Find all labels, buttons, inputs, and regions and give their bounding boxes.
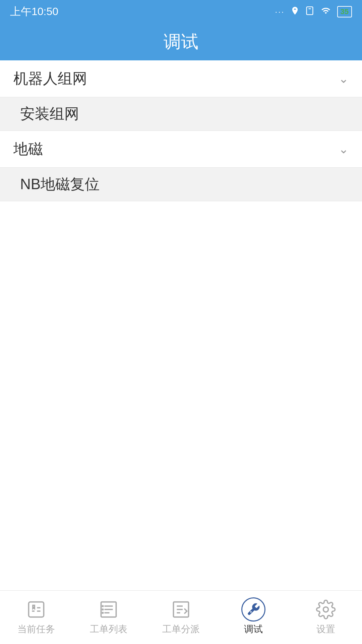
wifi-icon xyxy=(320,6,332,18)
sub-item-install-network[interactable]: 安装组网 xyxy=(0,97,362,131)
sub-item-install-network-title: 安装组网 xyxy=(20,104,79,124)
svg-point-18 xyxy=(323,607,328,612)
page-title: 调试 xyxy=(164,30,198,54)
nav-work-order-dispatch[interactable]: 工单分派 xyxy=(145,599,217,636)
sub-item-nb-reset[interactable]: NB地磁复位 xyxy=(0,168,362,201)
nav-debug-label: 调试 xyxy=(244,623,263,636)
svg-point-11 xyxy=(102,609,103,610)
battery-icon: 35 xyxy=(337,6,352,17)
nav-settings[interactable]: 设置 xyxy=(290,599,362,636)
svg-point-10 xyxy=(102,605,103,606)
section-geomagnetic-title: 地磁 xyxy=(13,139,43,159)
nav-current-task-label: 当前任务 xyxy=(17,623,55,636)
status-bar: 上午10:50 ··· 35 xyxy=(0,0,362,23)
wrench-icon xyxy=(241,599,265,620)
section-geomagnetic[interactable]: 地磁 ⌄ xyxy=(0,131,362,168)
gear-icon xyxy=(314,599,338,620)
nav-debug[interactable]: 调试 xyxy=(217,599,290,636)
main-content: 机器人组网 ⌄ 安装组网 地磁 ⌄ NB地磁复位 xyxy=(0,60,362,201)
status-time: 上午10:50 xyxy=(10,4,58,19)
nav-settings-label: 设置 xyxy=(316,623,335,636)
page-header: 调试 xyxy=(0,23,362,60)
chevron-down-icon-2: ⌄ xyxy=(339,142,349,156)
nav-current-task[interactable]: 当前任务 xyxy=(0,599,72,636)
dispatch-icon xyxy=(169,599,193,620)
location-icon xyxy=(290,6,300,18)
list-icon xyxy=(97,599,121,620)
bookmark-icon xyxy=(24,599,48,620)
nav-work-order-list[interactable]: 工单列表 xyxy=(72,599,145,636)
section-robot-network[interactable]: 机器人组网 ⌄ xyxy=(0,60,362,97)
bottom-navigation: 当前任务 工单列表 工单分派 xyxy=(0,590,362,644)
sub-item-nb-reset-title: NB地磁复位 xyxy=(20,174,100,194)
svg-rect-1 xyxy=(306,7,313,14)
svg-point-12 xyxy=(102,612,103,613)
nav-work-order-list-label: 工单列表 xyxy=(90,623,127,636)
chevron-down-icon: ⌄ xyxy=(339,72,349,86)
svg-point-17 xyxy=(250,611,251,612)
sim-icon xyxy=(305,6,314,18)
section-robot-network-title: 机器人组网 xyxy=(13,69,87,89)
nav-work-order-dispatch-label: 工单分派 xyxy=(162,623,200,636)
signal-dots-icon: ··· xyxy=(275,7,285,16)
status-icons: ··· 35 xyxy=(275,6,352,18)
